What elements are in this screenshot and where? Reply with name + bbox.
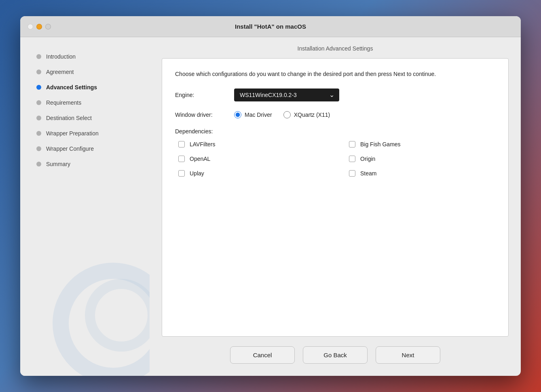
radio-xquartz-label: XQuartz (X11) <box>294 112 330 118</box>
sidebar-watermark2 <box>85 279 150 352</box>
dep-steam[interactable]: Steam <box>349 170 495 177</box>
dependencies-label: Dependencies: <box>175 128 495 135</box>
main-content: Installation Advanced Settings Choose wh… <box>150 37 521 376</box>
dep-openal[interactable]: OpenAL <box>178 156 325 162</box>
nav-dot <box>36 146 41 151</box>
sidebar: Introduction Agreement Advanced Settings… <box>20 37 150 376</box>
close-button[interactable] <box>27 24 33 30</box>
dep-openal-label: OpenAL <box>190 156 210 162</box>
checkbox-steam[interactable] <box>349 170 355 177</box>
titlebar: Install "HotA" on macOS <box>20 16 521 37</box>
radio-mac-driver[interactable]: Mac Driver <box>234 111 272 118</box>
sidebar-item-summary[interactable]: Summary <box>36 161 142 167</box>
checkbox-openal[interactable] <box>178 156 185 162</box>
nav-dot <box>36 54 41 59</box>
sidebar-item-introduction[interactable]: Introduction <box>36 53 142 60</box>
engine-select[interactable]: WS11WineCX19.0.2-3 WS11WineCX20.0.4 WS10… <box>234 89 339 101</box>
maximize-button[interactable] <box>45 24 51 30</box>
radio-mac-label: Mac Driver <box>245 112 272 118</box>
sidebar-watermark <box>53 263 150 376</box>
sidebar-item-requirements[interactable]: Requirements <box>36 99 142 106</box>
nav-dot <box>36 162 41 166</box>
checkbox-origin[interactable] <box>349 156 355 162</box>
sidebar-item-label: Requirements <box>46 99 81 106</box>
sidebar-item-advanced-settings[interactable]: Advanced Settings <box>36 84 142 91</box>
window-driver-row: Window driver: Mac Driver XQuartz (X11) <box>175 111 495 118</box>
window-body: Introduction Agreement Advanced Settings… <box>20 37 521 376</box>
sidebar-item-wrapper-configure[interactable]: Wrapper Configure <box>36 145 142 152</box>
go-back-button[interactable]: Go Back <box>303 346 368 364</box>
dependencies-section: Dependencies: LAVFilters Big Fish Games <box>175 128 495 177</box>
sidebar-item-label: Destination Select <box>46 115 92 121</box>
sidebar-item-label: Introduction <box>46 53 76 60</box>
radio-input-mac[interactable] <box>234 111 241 118</box>
nav-dot <box>36 70 41 74</box>
dep-uplay-label: Uplay <box>190 170 204 177</box>
dependencies-grid: LAVFilters Big Fish Games OpenAL Or <box>175 141 495 177</box>
dep-bigfishgames[interactable]: Big Fish Games <box>349 141 495 148</box>
dep-steam-label: Steam <box>360 170 376 177</box>
window-driver-label: Window driver: <box>175 112 228 118</box>
nav-dot-active <box>36 85 41 90</box>
checkbox-lavfilters[interactable] <box>178 141 185 148</box>
bottom-bar: Cancel Go Back Next <box>162 337 509 368</box>
next-button[interactable]: Next <box>376 346 440 364</box>
minimize-button[interactable] <box>36 24 42 30</box>
sidebar-item-wrapper-preparation[interactable]: Wrapper Preparation <box>36 130 142 137</box>
radio-xquartz[interactable]: XQuartz (X11) <box>283 111 330 118</box>
sidebar-item-agreement[interactable]: Agreement <box>36 69 142 75</box>
dep-uplay[interactable]: Uplay <box>178 170 325 177</box>
window-controls <box>27 24 51 30</box>
sidebar-item-label: Wrapper Preparation <box>46 130 99 137</box>
settings-panel: Choose which configurations do you want … <box>162 58 509 337</box>
engine-label: Engine: <box>175 92 228 98</box>
dep-lavfilters-label: LAVFilters <box>190 141 216 148</box>
window-title: Install "HotA" on macOS <box>235 23 306 30</box>
dep-lavfilters[interactable]: LAVFilters <box>178 141 325 148</box>
sidebar-item-label: Summary <box>46 161 70 167</box>
nav-list: Introduction Agreement Advanced Settings… <box>36 49 142 167</box>
dep-origin[interactable]: Origin <box>349 156 495 162</box>
nav-dot <box>36 100 41 105</box>
installer-window: Install "HotA" on macOS Introduction Agr… <box>20 16 521 376</box>
page-subtitle: Installation Advanced Settings <box>162 45 509 52</box>
sidebar-item-label: Advanced Settings <box>46 84 97 91</box>
nav-dot <box>36 131 41 136</box>
description-text: Choose which configurations do you want … <box>175 70 466 79</box>
sidebar-item-destination-select[interactable]: Destination Select <box>36 115 142 121</box>
radio-group: Mac Driver XQuartz (X11) <box>234 111 330 118</box>
checkbox-uplay[interactable] <box>178 170 185 177</box>
engine-row: Engine: WS11WineCX19.0.2-3 WS11WineCX20.… <box>175 89 495 101</box>
radio-input-xquartz[interactable] <box>283 111 291 118</box>
nav-dot <box>36 116 41 120</box>
engine-select-wrapper[interactable]: WS11WineCX19.0.2-3 WS11WineCX20.0.4 WS10… <box>234 89 339 101</box>
sidebar-item-label: Agreement <box>46 69 74 75</box>
cancel-button[interactable]: Cancel <box>230 346 295 364</box>
dep-bigfishgames-label: Big Fish Games <box>360 141 401 148</box>
sidebar-item-label: Wrapper Configure <box>46 145 94 152</box>
checkbox-bigfishgames[interactable] <box>349 141 355 148</box>
dep-origin-label: Origin <box>360 156 375 162</box>
